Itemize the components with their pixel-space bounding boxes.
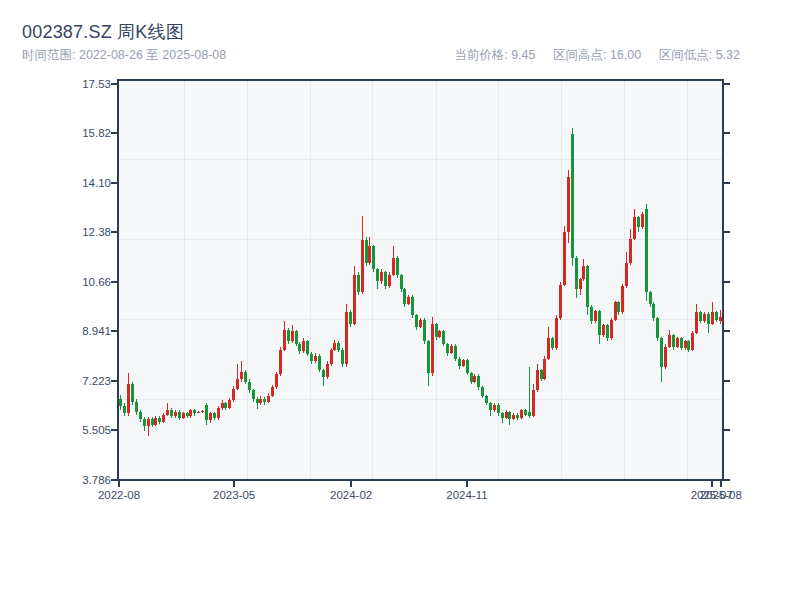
- candle-body: [236, 379, 239, 389]
- y-tick-label: 3.786: [51, 474, 111, 486]
- candle-body: [302, 341, 305, 351]
- candle-body: [579, 279, 582, 289]
- candle-body: [551, 338, 554, 348]
- y-axis-tick-mirror: [724, 479, 730, 481]
- candle-body: [205, 405, 208, 421]
- candle-body: [256, 399, 259, 403]
- candle-body: [224, 403, 227, 407]
- candle-body: [575, 258, 578, 290]
- candle-body: [298, 344, 301, 351]
- vertical-gridline: [687, 81, 688, 479]
- candle-body: [306, 341, 309, 354]
- candle-body: [330, 350, 333, 364]
- y-tick-label: 7.223: [51, 375, 111, 387]
- y-tick-label: 17.53: [51, 78, 111, 90]
- y-axis-tick-mirror: [724, 83, 730, 85]
- y-tick-label: 8.941: [51, 325, 111, 337]
- candle-body: [582, 266, 585, 279]
- vertical-gridline: [372, 81, 373, 479]
- current-price-value: 9.45: [511, 48, 535, 62]
- candle-body: [442, 331, 445, 344]
- chart-page: 002387.SZ 周K线图 时间范围: 2022-08-26 至 2025-0…: [0, 0, 800, 600]
- candle-body: [349, 312, 352, 324]
- candle-body: [368, 246, 371, 263]
- x-tick-label: 2024-11: [432, 489, 502, 501]
- candle-body: [516, 415, 519, 418]
- y-axis-tick-mirror: [724, 182, 730, 184]
- candle-body: [279, 350, 282, 374]
- candle-body: [147, 419, 150, 426]
- candle-body: [361, 240, 364, 292]
- candle-body: [271, 387, 274, 396]
- candle-body: [481, 387, 484, 396]
- candle-body: [357, 275, 360, 292]
- candle-body: [540, 370, 543, 379]
- candle-body: [450, 346, 453, 353]
- candle-body: [143, 419, 146, 426]
- candle-body: [326, 364, 329, 377]
- price-stats: 当前价格: 9.45 区间高点: 16.00 区间低点: 5.32: [454, 47, 740, 64]
- y-axis-tick-mirror: [724, 231, 730, 233]
- range-low-value: 5.32: [716, 48, 740, 62]
- candle-body: [477, 376, 480, 388]
- range-low-label: 区间低点:: [659, 48, 712, 62]
- candle-body: [431, 324, 434, 373]
- plot-area: 17.5315.8214.1012.3810.668.9417.2235.505…: [119, 81, 722, 479]
- y-axis-tick-mirror: [724, 429, 730, 431]
- candle-body: [178, 412, 181, 418]
- y-axis-tick: [111, 231, 117, 233]
- y-axis-tick: [111, 182, 117, 184]
- candle-body: [411, 297, 414, 316]
- candle-body: [664, 347, 667, 367]
- range-high-stat: 区间高点: 16.00: [553, 48, 641, 62]
- horizontal-gridline: [119, 399, 722, 400]
- candle-body: [365, 240, 368, 263]
- x-tick-label: 2025-08: [686, 489, 756, 501]
- vertical-gridline: [498, 81, 499, 479]
- horizontal-gridline: [119, 159, 722, 160]
- candlestick-plot: 17.5315.8214.1012.3810.668.9417.2235.505…: [117, 79, 724, 481]
- y-axis-tick: [111, 330, 117, 332]
- candle-body: [427, 341, 430, 373]
- x-tick-label: 2024-02: [316, 489, 386, 501]
- candle-body: [209, 413, 212, 420]
- y-axis-tick: [111, 281, 117, 283]
- candle-body: [415, 315, 418, 327]
- candle-body: [244, 372, 247, 382]
- candle-body: [703, 314, 706, 321]
- candle-body: [633, 217, 636, 239]
- candle-body: [139, 412, 142, 419]
- candle-body: [470, 373, 473, 382]
- candle-body: [617, 302, 620, 312]
- candle-body: [715, 312, 718, 319]
- y-tick-label: 12.38: [51, 226, 111, 238]
- vertical-gridline: [184, 81, 185, 479]
- candle-body: [267, 396, 270, 402]
- candle-body: [563, 232, 566, 285]
- candle-body: [547, 338, 550, 358]
- candle-body: [606, 325, 609, 338]
- candle-body: [396, 258, 399, 275]
- vertical-gridline: [247, 81, 248, 479]
- candle-body: [162, 415, 165, 422]
- current-price-stat: 当前价格: 9.45: [454, 48, 535, 62]
- y-axis-tick: [111, 429, 117, 431]
- candle-body: [695, 312, 698, 332]
- candle-body: [598, 311, 601, 335]
- candle-body: [197, 412, 200, 414]
- candle-body: [376, 269, 379, 281]
- candle-body: [333, 343, 336, 350]
- candle-body: [466, 360, 469, 373]
- candle-body: [536, 370, 539, 390]
- y-axis-tick: [111, 83, 117, 85]
- candle-body: [252, 390, 255, 399]
- candle-body: [555, 318, 558, 348]
- candle-body: [353, 275, 356, 324]
- candle-body: [380, 272, 383, 281]
- candle-body: [217, 408, 220, 419]
- candle-body: [543, 359, 546, 379]
- candle-body: [625, 263, 628, 286]
- page-title: 002387.SZ 周K线图: [22, 20, 184, 44]
- candle-body: [213, 413, 216, 418]
- range-high-value: 16.00: [610, 48, 641, 62]
